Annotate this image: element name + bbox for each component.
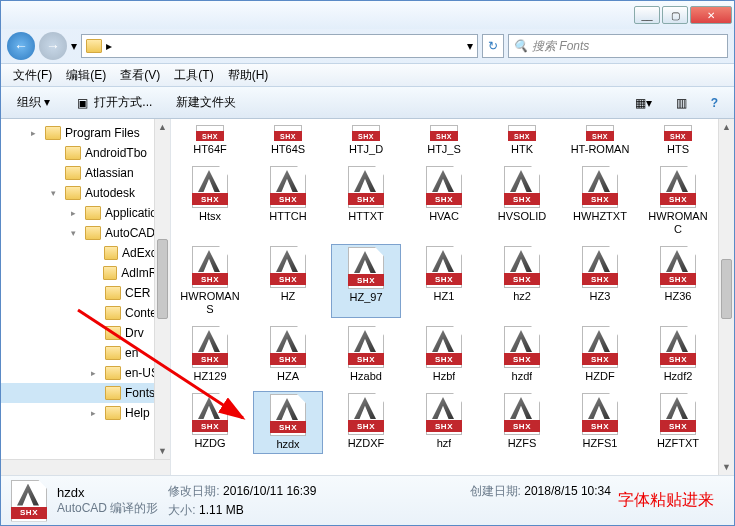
tree-node[interactable]: ▸Application — [1, 203, 170, 223]
open-with-button[interactable]: ▣打开方式... — [66, 90, 160, 115]
file-item[interactable]: SHXHZDXF — [331, 391, 401, 454]
tree-scrollbar[interactable]: ▲▼ — [154, 119, 170, 475]
tree-node[interactable]: ▸Program Files — [1, 123, 170, 143]
file-item[interactable]: SHXHZA — [253, 324, 323, 385]
tree-node[interactable]: Fonts — [1, 383, 170, 403]
file-item[interactable]: SHXHWHZTXT — [565, 164, 635, 238]
folder-icon — [105, 406, 121, 420]
file-item[interactable]: SHXHZFTXT — [643, 391, 713, 454]
minimize-button[interactable]: __ — [634, 6, 660, 24]
file-item[interactable]: SHXHZ_97 — [331, 244, 401, 318]
file-item[interactable]: SHXhzdf — [487, 324, 557, 385]
file-item[interactable]: SHXHzdf2 — [643, 324, 713, 385]
folder-icon — [105, 366, 121, 380]
shx-file-icon: SHX — [660, 246, 696, 288]
menu-item[interactable]: 查看(V) — [114, 65, 166, 86]
details-pane: SHX hzdx AutoCAD 编译的形 修改日期: 2016/10/11 1… — [1, 475, 734, 525]
new-folder-button[interactable]: 新建文件夹 — [168, 90, 244, 115]
details-filetype: AutoCAD 编译的形 — [57, 500, 158, 517]
view-button[interactable]: ▦▾ — [627, 92, 660, 114]
menu-item[interactable]: 编辑(E) — [60, 65, 112, 86]
file-name: HVAC — [429, 210, 459, 223]
menu-item[interactable]: 帮助(H) — [222, 65, 275, 86]
tree-hscrollbar[interactable] — [1, 459, 170, 475]
help-button[interactable]: ? — [703, 92, 726, 114]
tree-node[interactable]: en — [1, 343, 170, 363]
file-item[interactable]: SHXHT64S — [253, 123, 323, 158]
address-bar[interactable]: ▸ ▾ — [81, 34, 478, 58]
tree-node[interactable]: CER — [1, 283, 170, 303]
file-name: HT-ROMAN — [571, 143, 630, 156]
expand-icon[interactable]: ▸ — [31, 128, 41, 138]
menu-item[interactable]: 文件(F) — [7, 65, 58, 86]
forward-button[interactable]: → — [39, 32, 67, 60]
tree-node[interactable]: ▸Help — [1, 403, 170, 423]
file-list[interactable]: SHXHT64FSHXHT64SSHXHTJ_DSHXHTJ_SSHXHTKSH… — [171, 119, 734, 475]
tree-node[interactable]: Drv — [1, 323, 170, 343]
path-dropdown-icon[interactable]: ▸ — [106, 39, 112, 53]
file-item[interactable]: SHXHZ129 — [175, 324, 245, 385]
tree-node[interactable]: AdlmRes — [1, 263, 170, 283]
file-name: HZFS1 — [583, 437, 618, 450]
history-dropdown[interactable]: ▾ — [71, 39, 77, 53]
file-item[interactable]: SHXHTK — [487, 123, 557, 158]
organize-button[interactable]: 组织 ▾ — [9, 90, 58, 115]
files-scrollbar[interactable]: ▲▼ — [718, 119, 734, 475]
file-item[interactable]: SHXHZ1 — [409, 244, 479, 318]
path-expand-icon[interactable]: ▾ — [467, 39, 473, 53]
file-item[interactable]: SHXHT-ROMAN — [565, 123, 635, 158]
file-item[interactable]: SHXHZFS1 — [565, 391, 635, 454]
close-button[interactable]: ✕ — [690, 6, 732, 24]
expand-icon[interactable]: ▸ — [71, 208, 81, 218]
search-box[interactable]: 🔍 搜索 Fonts — [508, 34, 728, 58]
shx-file-icon: SHX — [660, 166, 696, 208]
file-item[interactable]: SHXHzabd — [331, 324, 401, 385]
file-item[interactable]: SHXHZDG — [175, 391, 245, 454]
file-item[interactable]: SHXhzdx — [253, 391, 323, 454]
expand-icon[interactable]: ▸ — [91, 408, 101, 418]
folder-icon — [85, 206, 101, 220]
file-item[interactable]: SHXHTJ_D — [331, 123, 401, 158]
scroll-thumb[interactable] — [157, 239, 168, 319]
tree-node[interactable]: AdExcha — [1, 243, 170, 263]
tree-node[interactable]: ▾AutoCAD 2 — [1, 223, 170, 243]
file-item[interactable]: SHXHT64F — [175, 123, 245, 158]
refresh-button[interactable]: ↻ — [482, 34, 504, 58]
folder-icon — [105, 286, 121, 300]
file-item[interactable]: SHXHTS — [643, 123, 713, 158]
maximize-button[interactable]: ▢ — [662, 6, 688, 24]
file-item[interactable]: SHXHZDF — [565, 324, 635, 385]
file-item[interactable]: SHXHtsx — [175, 164, 245, 238]
file-item[interactable]: SHXHWROMANC — [643, 164, 713, 238]
tree-node[interactable]: ▸en-US — [1, 363, 170, 383]
tree-node[interactable]: Atlassian — [1, 163, 170, 183]
expand-icon[interactable]: ▾ — [51, 188, 61, 198]
file-item[interactable]: SHXHZ — [253, 244, 323, 318]
tree-label: Help — [125, 406, 150, 420]
file-item[interactable]: SHXHVAC — [409, 164, 479, 238]
file-item[interactable]: SHXHWROMANS — [175, 244, 245, 318]
preview-pane-button[interactable]: ▥ — [668, 92, 695, 114]
file-item[interactable]: SHXHTTXT — [331, 164, 401, 238]
tree-node[interactable]: ▾Autodesk — [1, 183, 170, 203]
expand-icon[interactable]: ▾ — [71, 228, 81, 238]
shx-file-icon: SHX — [426, 326, 462, 368]
shx-file-icon: SHX — [192, 166, 228, 208]
file-item[interactable]: SHXHZ36 — [643, 244, 713, 318]
back-button[interactable]: ← — [7, 32, 35, 60]
file-item[interactable]: SHXHVSOLID — [487, 164, 557, 238]
tree-node[interactable]: Content — [1, 303, 170, 323]
file-item[interactable]: SHXhz2 — [487, 244, 557, 318]
file-item[interactable]: SHXHzbf — [409, 324, 479, 385]
file-item[interactable]: SHXHTTCH — [253, 164, 323, 238]
scroll-thumb[interactable] — [721, 259, 732, 319]
expand-icon[interactable]: ▸ — [91, 368, 101, 378]
folder-tree: ▸Program FilesAndroidTboAtlassian▾Autode… — [1, 119, 171, 475]
file-item[interactable]: SHXHTJ_S — [409, 123, 479, 158]
file-item[interactable]: SHXhzf — [409, 391, 479, 454]
file-item[interactable]: SHXHZFS — [487, 391, 557, 454]
file-item[interactable]: SHXHZ3 — [565, 244, 635, 318]
tree-node[interactable]: AndroidTbo — [1, 143, 170, 163]
menu-item[interactable]: 工具(T) — [168, 65, 219, 86]
shx-file-icon: SHX — [504, 246, 540, 288]
